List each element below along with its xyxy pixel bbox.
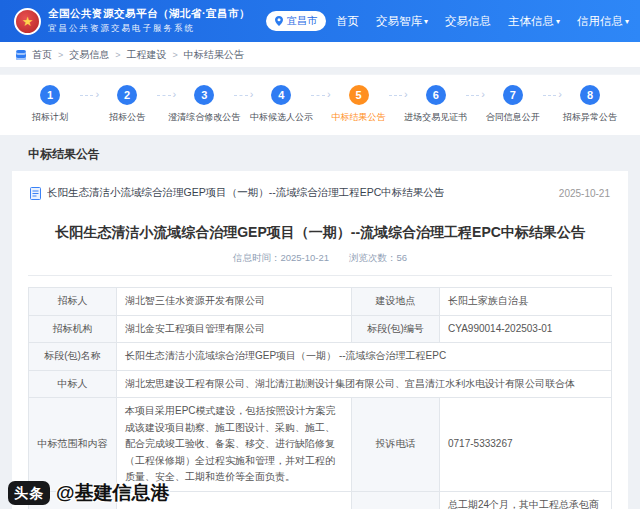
step-number: 3 [194, 85, 214, 105]
caret-down-icon: ▾ [556, 17, 560, 26]
row-value: 0717-5333267 [440, 398, 612, 492]
table-row: 标段(包)名称 长阳生态清洁小流域综合治理GEP项目（一期） --流域综合治理工… [29, 343, 612, 371]
step-label: 中标候选人公示 [250, 111, 313, 124]
breadcrumb: 首页 > 交易信息 > 工程建设 > 中标结果公告 [0, 42, 640, 68]
platform-title: 全国公共资源交易平台（湖北省·宜昌市） [48, 7, 250, 21]
watermark: 头条 @基建信息港 [8, 480, 170, 506]
row-value: 长阳土家族自治县 [440, 288, 612, 316]
nav-entity-info-label: 主体信息 [508, 14, 554, 29]
step-label: 招标计划 [32, 111, 68, 124]
table-row: 中标范围和内容 本项目采用EPC模式建设，包括按照设计方案完成该建设项目勘察、施… [29, 398, 612, 492]
city-selector[interactable]: 宜昌市 [266, 11, 326, 31]
row-label: 标段(包)名称 [29, 343, 117, 371]
step-label: 进场交易见证书 [404, 111, 467, 124]
step-connector: › [309, 85, 330, 105]
step-clarification[interactable]: 3 澄清综合修改公告 [176, 85, 232, 124]
connector-line [311, 95, 324, 96]
row-label: 标段(包)编号 [352, 315, 440, 343]
table-row: 招标人 湖北智三佳水资源开发有限公司 建设地点 长阳土家族自治县 [29, 288, 612, 316]
step-number: 1 [40, 85, 60, 105]
crumb-home[interactable]: 首页 [32, 48, 52, 62]
breadcrumb-separator: > [173, 50, 178, 60]
step-connector: › [78, 85, 99, 105]
nav-credit-info-label: 信用信息 [577, 14, 623, 29]
row-label: 招标人 [29, 288, 117, 316]
caret-down-icon: ▾ [424, 17, 428, 26]
crumb-engineering[interactable]: 工程建设 [127, 48, 167, 62]
step-bid-notice[interactable]: 2 招标公告 [99, 85, 155, 124]
info-time: 信息时间：2025-10-21 [233, 252, 329, 265]
step-abnormal-notice[interactable]: 8 招标异常公告 [562, 85, 618, 124]
step-bid-plan[interactable]: 1 招标计划 [22, 85, 78, 124]
article-meta: 信息时间：2025-10-21 浏览次数：56 [28, 252, 612, 265]
article-title: 长阳生态清洁小流域综合治理GEP项目（一期）--流域综合治理工程EPC中标结果公… [28, 222, 612, 242]
top-header: ★ 全国公共资源交易平台（湖北省·宜昌市） 宜昌公共资源交易电子服务系统 宜昌市… [0, 0, 640, 42]
step-label: 合同信息公开 [486, 111, 540, 124]
top-nav: 首页 交易智库 ▾ 交易信息 主体信息 ▾ 信用信息 ▾ [336, 14, 629, 29]
announcement-date: 2025-10-21 [559, 188, 610, 199]
connector-line [157, 95, 170, 96]
toutiao-logo-icon: 头条 [8, 481, 50, 505]
brand-home-link[interactable]: ★ 全国公共资源交易平台（湖北省·宜昌市） 宜昌公共资源交易电子服务系统 [14, 7, 250, 35]
row-label: 建设地点 [352, 288, 440, 316]
divider [28, 275, 612, 276]
city-name: 宜昌市 [287, 14, 317, 28]
nav-trade-info[interactable]: 交易信息 [445, 14, 491, 29]
crumb-trade-info[interactable]: 交易信息 [69, 48, 109, 62]
step-number: 4 [271, 85, 291, 105]
star-icon: ★ [22, 15, 34, 28]
table-row: 招标机构 湖北金安工程项目管理有限公司 标段(包)编号 CYA990014-20… [29, 315, 612, 343]
page: ★ 全国公共资源交易平台（湖北省·宜昌市） 宜昌公共资源交易电子服务系统 宜昌市… [0, 0, 640, 509]
view-count: 浏览次数：56 [349, 252, 407, 265]
row-value: 湖北智三佳水资源开发有限公司 [117, 288, 352, 316]
process-stepper: 1 招标计划 › 2 招标公告 › 3 澄清综合修改公告 › 4 中标候选人公示… [0, 74, 640, 135]
connector-line [466, 95, 479, 96]
nav-entity-info[interactable]: 主体信息 ▾ [508, 14, 560, 29]
step-number: 6 [426, 85, 446, 105]
row-label: 招标机构 [29, 315, 117, 343]
breadcrumb-separator: > [115, 50, 120, 60]
step-label: 招标异常公告 [563, 111, 617, 124]
caret-down-icon: ▾ [625, 17, 629, 26]
row-label: 中标人 [29, 370, 117, 398]
step-entry-certificate[interactable]: 6 进场交易见证书 [408, 85, 464, 124]
row-value: 湖北金安工程项目管理有限公司 [117, 315, 352, 343]
announcement-link[interactable]: 长阳生态清洁小流域综合治理GEP项目（一期）--流域综合治理工程EPC中标结果公… [47, 186, 444, 200]
nav-trade-library[interactable]: 交易智库 ▾ [376, 14, 428, 29]
step-number: 7 [503, 85, 523, 105]
row-value: 湖北宏思建设工程有限公司、湖北清江勘测设计集团有限公司、宜昌清江水利水电设计有限… [117, 370, 612, 398]
row-value: CYA990014-202503-01 [440, 315, 612, 343]
row-value: 长阳生态清洁小流域综合治理GEP项目（一期） --流域综合治理工程EPC [117, 343, 612, 371]
nav-home[interactable]: 首页 [336, 14, 359, 29]
nav-home-label: 首页 [336, 14, 359, 29]
nav-trade-library-label: 交易智库 [376, 14, 422, 29]
table-row: 中标人 湖北宏思建设工程有限公司、湖北清江勘测设计集团有限公司、宜昌清江水利水电… [29, 370, 612, 398]
step-connector: › [464, 85, 485, 105]
row-label: 投诉电话 [352, 398, 440, 492]
step-connector: › [155, 85, 176, 105]
system-title: 宜昌公共资源交易电子服务系统 [48, 23, 250, 35]
connector-line [543, 95, 556, 96]
step-result-announcement[interactable]: 5 中标结果公告 [331, 85, 387, 124]
connector-line [80, 95, 93, 96]
row-label: 履约期限(天) [352, 491, 440, 509]
step-contract-disclosure[interactable]: 7 合同信息公开 [485, 85, 541, 124]
content-card: 长阳生态清洁小流域综合治理GEP项目（一期）--流域综合治理工程EPC中标结果公… [12, 171, 628, 509]
step-label: 招标公告 [109, 111, 145, 124]
step-number: 2 [117, 85, 137, 105]
breadcrumb-separator: > [58, 50, 63, 60]
watermark-handle: @基建信息港 [56, 480, 170, 506]
result-table: 招标人 湖北智三佳水资源开发有限公司 建设地点 长阳土家族自治县 招标机构 湖北… [28, 287, 612, 509]
document-icon [30, 187, 41, 200]
step-connector: › [232, 85, 253, 105]
row-value: 本项目采用EPC模式建设，包括按照设计方案完成该建设项目勘察、施工图设计、采购、… [117, 398, 352, 492]
step-candidate-publicity[interactable]: 4 中标候选人公示 [253, 85, 309, 124]
platform-logo-icon: ★ [14, 8, 41, 35]
nav-trade-info-label: 交易信息 [445, 14, 491, 29]
crumb-current[interactable]: 中标结果公告 [184, 48, 244, 62]
nav-credit-info[interactable]: 信用信息 ▾ [577, 14, 629, 29]
step-label: 澄清综合修改公告 [168, 111, 240, 124]
step-connector: › [387, 85, 408, 105]
menu-grid-icon [16, 50, 26, 60]
brand-text: 全国公共资源交易平台（湖北省·宜昌市） 宜昌公共资源交易电子服务系统 [48, 7, 250, 35]
